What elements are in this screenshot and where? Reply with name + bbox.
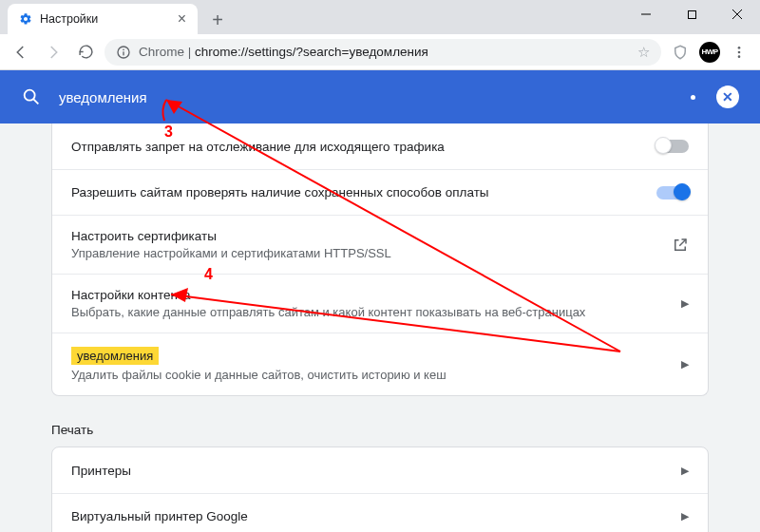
row-content-settings[interactable]: Настройки контента Выбрать, какие данные… bbox=[52, 274, 708, 332]
bookmark-star-icon[interactable]: ☆ bbox=[637, 44, 650, 61]
shield-icon[interactable] bbox=[667, 39, 694, 66]
row-payment-methods[interactable]: Разрешить сайтам проверять наличие сохра… bbox=[52, 169, 708, 215]
row-subtitle: Управление настройками и сертификатами H… bbox=[71, 246, 672, 260]
row-clear-browsing-data[interactable]: уведомления Удалить файлы cookie и данны… bbox=[52, 332, 708, 395]
tab-close-icon[interactable]: × bbox=[178, 10, 186, 28]
chevron-right-icon: ▶ bbox=[681, 465, 689, 477]
svg-rect-1 bbox=[688, 10, 695, 18]
toggle-off[interactable] bbox=[656, 140, 689, 153]
row-title: Разрешить сайтам проверять наличие сохра… bbox=[71, 185, 656, 200]
search-icon bbox=[21, 86, 42, 107]
profile-avatar[interactable]: HWP bbox=[699, 42, 720, 63]
svg-point-9 bbox=[738, 55, 741, 58]
row-title: Настроить сертификаты bbox=[71, 229, 672, 243]
row-subtitle: Выбрать, какие данные отправлять сайтам … bbox=[71, 305, 681, 319]
section-print-label: Печать bbox=[51, 419, 709, 437]
privacy-card: Отправлять запрет на отслеживание для ис… bbox=[51, 124, 709, 396]
svg-point-8 bbox=[738, 50, 741, 53]
settings-search-bar: ✕ bbox=[0, 70, 760, 124]
reload-button[interactable] bbox=[72, 39, 99, 66]
svg-point-7 bbox=[738, 47, 741, 49]
back-button[interactable] bbox=[8, 39, 34, 66]
tab-title: Настройки bbox=[40, 12, 98, 26]
toggle-on[interactable] bbox=[656, 186, 689, 200]
chevron-right-icon: ▶ bbox=[681, 297, 689, 310]
url-text: Chrome | chrome://settings/?search=уведо… bbox=[139, 45, 428, 59]
browser-toolbar: Chrome | chrome://settings/?search=уведо… bbox=[0, 34, 760, 70]
svg-point-10 bbox=[25, 90, 35, 101]
settings-content: Отправлять запрет на отслеживание для ис… bbox=[0, 124, 760, 532]
row-subtitle: Удалить файлы cookie и данные сайтов, оч… bbox=[71, 368, 681, 382]
svg-rect-6 bbox=[123, 51, 124, 55]
tab-settings[interactable]: Настройки × bbox=[8, 4, 198, 34]
row-title: Отправлять запрет на отслеживание для ис… bbox=[71, 140, 656, 154]
site-info-icon[interactable] bbox=[116, 45, 131, 60]
chevron-right-icon: ▶ bbox=[681, 510, 689, 522]
search-result-badge bbox=[691, 95, 695, 100]
row-do-not-track[interactable]: Отправлять запрет на отслеживание для ис… bbox=[52, 124, 708, 169]
row-title: Настройки контента bbox=[71, 288, 681, 302]
row-title: уведомления bbox=[71, 347, 681, 365]
row-title: Виртуальный принтер Google bbox=[71, 509, 681, 523]
open-external-icon bbox=[672, 237, 689, 254]
chevron-right-icon: ▶ bbox=[681, 358, 689, 370]
window-controls bbox=[623, 0, 760, 28]
forward-button[interactable] bbox=[40, 39, 66, 66]
gear-icon bbox=[19, 12, 32, 26]
settings-search-input[interactable] bbox=[59, 89, 691, 105]
svg-point-5 bbox=[123, 48, 124, 50]
window-close-button[interactable] bbox=[714, 0, 760, 28]
new-tab-button[interactable]: + bbox=[203, 6, 232, 34]
browser-menu-button[interactable] bbox=[726, 39, 752, 66]
row-title: Принтеры bbox=[71, 464, 681, 478]
clear-search-button[interactable]: ✕ bbox=[716, 86, 739, 108]
print-card: Принтеры ▶ Виртуальный принтер Google ▶ bbox=[51, 446, 709, 532]
row-google-cloud-print[interactable]: Виртуальный принтер Google ▶ bbox=[52, 493, 708, 532]
search-highlight: уведомления bbox=[71, 347, 159, 365]
svg-line-11 bbox=[33, 99, 38, 104]
window-maximize-button[interactable] bbox=[669, 0, 714, 28]
row-certificates[interactable]: Настроить сертификаты Управление настрой… bbox=[52, 215, 708, 274]
address-bar[interactable]: Chrome | chrome://settings/?search=уведо… bbox=[104, 39, 661, 66]
window-minimize-button[interactable] bbox=[623, 0, 669, 28]
row-printers[interactable]: Принтеры ▶ bbox=[52, 447, 708, 493]
